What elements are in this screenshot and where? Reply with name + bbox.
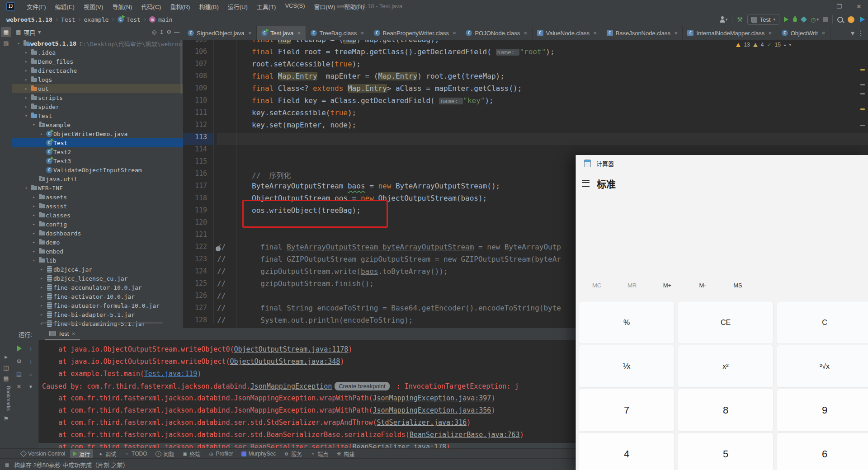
gutter-line-number[interactable]: 124 xyxy=(183,267,213,279)
gutter-line-number[interactable]: 105 xyxy=(183,40,213,47)
tree-row[interactable]: ▸scripts xyxy=(12,93,183,102)
stack-link[interactable]: Test.java:119 xyxy=(144,370,197,378)
menu-item[interactable]: VCS(S) xyxy=(281,1,308,12)
close-icon[interactable]: ✕ xyxy=(71,331,75,336)
tree-row[interactable]: ▸db2jcc_license_cu.jar xyxy=(12,274,183,283)
tree-row[interactable]: CTest xyxy=(12,138,183,147)
hamburger-menu-icon[interactable] xyxy=(582,180,590,187)
update-icon[interactable]: ↑ xyxy=(848,16,854,23)
gutter-line-number[interactable]: 111 xyxy=(183,108,213,121)
gutter-line-number[interactable]: 122 xyxy=(183,243,213,255)
chevron-down-icon[interactable]: ▾ xyxy=(851,29,854,38)
breadcrumb-item[interactable]: example xyxy=(84,16,109,23)
editor-tab[interactable]: CBeanPropertyWriter.class✕ xyxy=(369,26,462,40)
breadcrumb-item[interactable]: main xyxy=(158,16,172,23)
problems-tool-button[interactable]: ▤ xyxy=(1,373,11,383)
gutter-line-number[interactable]: 109 xyxy=(183,84,213,96)
gutter-line-number[interactable]: 113 xyxy=(183,133,213,145)
tree-arrow-icon[interactable]: ▸ xyxy=(23,68,30,73)
tree-arrow-icon[interactable]: ▸ xyxy=(38,312,45,317)
memory-button-mc[interactable]: MC xyxy=(582,280,611,291)
menu-item[interactable]: 工具(T) xyxy=(253,1,280,12)
close-button[interactable]: ✕ xyxy=(849,0,868,13)
tree-row[interactable]: ▸fine-bi-adapter-5.1.jar xyxy=(12,310,183,319)
gutter-line-number[interactable]: 127 xyxy=(183,304,213,316)
gutter-line-number[interactable]: 120 xyxy=(183,218,213,230)
editor-tab[interactable]: CValueNode.class✕ xyxy=(533,26,602,40)
tree-arrow-icon[interactable]: ▾ xyxy=(30,258,38,263)
tree-row[interactable]: ▸db2jcc4.jar xyxy=(12,265,183,274)
breadcrumb-item[interactable]: Test xyxy=(127,16,141,23)
calc-button-²√x[interactable]: ²√x xyxy=(777,345,868,388)
tree-row[interactable]: ▸demo xyxy=(12,238,183,247)
bookmarks-tool-button[interactable]: Bookmarks xyxy=(1,386,11,411)
stack-link[interactable]: JsonMappingException.java:397 xyxy=(373,394,491,402)
editor-tab[interactable]: CInternalNodeMapper.class✕ xyxy=(683,26,777,40)
tree-arrow-icon[interactable]: ▸ xyxy=(38,276,45,281)
gutter-line-number[interactable]: 123 xyxy=(183,255,213,267)
toolbar-item-build[interactable]: ⚒构建 xyxy=(333,449,358,459)
run-tab[interactable]: Test ✕ xyxy=(45,328,80,340)
gutter-line-number[interactable]: 110 xyxy=(183,96,213,108)
tree-arrow-icon[interactable]: ▸ xyxy=(23,95,30,100)
tree-arrow-icon[interactable]: ▸ xyxy=(38,303,45,308)
toolbar-item-play[interactable]: 运行 xyxy=(70,449,93,459)
next-issue-icon[interactable]: ▾ xyxy=(789,42,791,47)
menu-item[interactable]: 视图(V) xyxy=(80,1,107,12)
stack-link[interactable]: BeanSerializerBase.java:763 xyxy=(410,431,520,439)
gutter-line-number[interactable]: 115 xyxy=(183,157,213,169)
stack-link[interactable]: ObjectOutputStream.java:1178 xyxy=(234,345,348,353)
memory-button-m+[interactable]: M+ xyxy=(653,280,682,291)
gutter-line-number[interactable]: 128 xyxy=(183,316,213,328)
up-stack-icon[interactable]: ↑ xyxy=(27,344,35,352)
close-icon[interactable]: ✕ xyxy=(297,31,301,36)
gutter-line-number[interactable]: 106 xyxy=(183,47,213,60)
tree-row[interactable]: ▸config xyxy=(12,220,183,229)
editor-tab[interactable]: CPOJONode.class✕ xyxy=(461,26,532,40)
run-config-selector[interactable]: Test ▾ xyxy=(747,14,779,25)
gutter-line-number[interactable]: 112 xyxy=(183,121,213,133)
close-icon[interactable]: ✕ xyxy=(524,31,527,36)
close-icon[interactable]: ✕ xyxy=(674,31,678,36)
tree-row[interactable]: ▸assist xyxy=(12,202,183,211)
breadcrumb-item[interactable]: webroot5.1.18 xyxy=(6,16,52,23)
tree-row[interactable]: ▸.idea xyxy=(12,48,183,57)
menu-item[interactable]: 文件(F) xyxy=(23,1,50,12)
tree-arrow-icon[interactable]: ▸ xyxy=(23,77,30,82)
gutter-line-number[interactable]: 114 xyxy=(183,145,213,157)
tree-row[interactable]: ▸assets xyxy=(12,193,183,202)
tree-arrow-icon[interactable]: ▸ xyxy=(30,213,38,217)
user-menu-button[interactable]: ▾ xyxy=(720,16,728,23)
close-icon[interactable]: ✕ xyxy=(821,31,825,36)
tree-row[interactable]: ▸out xyxy=(12,84,183,93)
tree-row[interactable]: ▾Test xyxy=(12,111,183,120)
tree-row[interactable]: ▸embed xyxy=(12,247,183,256)
project-tool-button[interactable]: ▦ xyxy=(1,27,11,37)
profiler-button[interactable]: ◷▾ xyxy=(811,16,819,23)
menu-item[interactable]: 窗口(W) xyxy=(311,1,339,12)
calc-button-7[interactable]: 7 xyxy=(579,389,675,432)
tree-arrow-icon[interactable]: ▸ xyxy=(38,267,45,272)
calculator-title-bar[interactable]: 计算器 xyxy=(576,155,614,171)
menu-item[interactable]: 运行(U) xyxy=(224,1,251,12)
gutter-line-number[interactable]: 126 xyxy=(183,291,213,304)
calc-button-4[interactable]: 4 xyxy=(579,432,675,470)
editor-tab[interactable]: CTest.java✕ xyxy=(257,26,306,40)
calc-button-x²[interactable]: x² xyxy=(678,345,774,388)
collapse-icon[interactable]: ▾ xyxy=(27,382,35,390)
editor-gutter[interactable]: 1051061071081091101111121131141151161171… xyxy=(183,40,214,324)
project-scrollbar-horizontal[interactable] xyxy=(41,322,163,324)
tree-row[interactable]: CTest2 xyxy=(12,147,183,156)
tree-arrow-icon[interactable]: ▸ xyxy=(38,285,45,290)
scroll-end-icon[interactable]: ≡ xyxy=(27,370,35,378)
project-panel-title[interactable]: 项目 xyxy=(24,28,35,37)
tree-row[interactable]: ▸dashboards xyxy=(12,229,183,238)
close-icon[interactable]: ✕ xyxy=(768,31,772,36)
search-everywhere-icon[interactable] xyxy=(837,17,843,23)
gutter-line-number[interactable]: 108 xyxy=(183,72,213,84)
tree-arrow-icon[interactable]: ▾ xyxy=(23,113,30,118)
tree-row[interactable]: ▾WEB-INF xyxy=(12,183,183,193)
calc-button-%[interactable]: % xyxy=(579,301,675,344)
menu-item[interactable]: 重构(R) xyxy=(166,1,193,12)
calc-button-CE[interactable]: CE xyxy=(678,301,774,344)
